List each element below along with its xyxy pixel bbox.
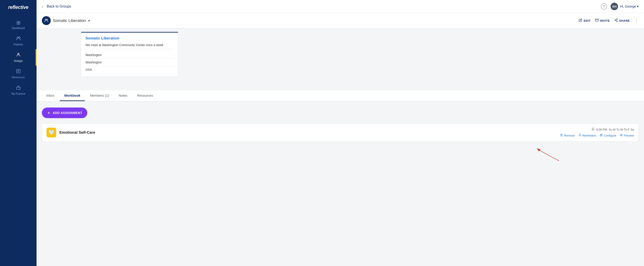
svg-rect-7 [16,87,20,89]
svg-point-2 [18,53,19,54]
heart-icon: 🤍 [48,130,54,135]
sidebar-item-groups[interactable]: Groups [0,49,36,66]
dropdown-description: We meet at Washington Community Center o… [86,43,174,49]
dashboard-icon: ⊞ [16,20,20,26]
dropdown-row-1: Washington [86,52,174,59]
sidebar-item-patients[interactable]: Patients [0,33,36,49]
topbar-right: ? GH Hi, George ▾ [601,3,639,10]
configure-icon [600,134,602,137]
sidebar-item-label: Resources [12,76,24,79]
more-options-button[interactable]: ⋮ [634,18,639,23]
edit-button[interactable]: EDIT [579,19,591,23]
group-info-dropdown: Somatic Liberation We meet at Washington… [81,32,178,77]
assignment-title: Emotional Self-Care [59,130,95,135]
dropdown-row-3: USA [86,66,174,73]
svg-line-14 [616,20,617,21]
back-arrow-icon: ‹ [42,4,43,9]
svg-point-9 [46,19,48,20]
reminders-icon [578,134,581,137]
tab-workbook[interactable]: Workbook [60,90,85,101]
remove-label: Remove [564,134,575,137]
workbook-area: ＋ ADD ASSIGNMENT 🤍 Emotional Self-Care [36,101,644,169]
group-dropdown-arrow[interactable]: ▾ [88,19,90,23]
sidebar-item-label: Patients [14,43,23,46]
trash-icon [560,134,563,137]
svg-point-12 [615,20,616,21]
tab-notes[interactable]: Notes [114,90,132,101]
dropdown-group-title: Somatic Liberation [86,36,174,41]
edit-label: EDIT [584,19,591,22]
group-actions: EDIT INVITE SHARE ⋮ [579,18,639,23]
content-area: Somatic Liberation We meet at Washington… [36,28,644,266]
invite-button[interactable]: INVITE [595,19,610,23]
svg-point-1 [18,37,20,38]
help-button[interactable]: ? [601,3,607,10]
tabs-container: Inbox Workbook Members (1) Notes Resourc… [36,90,644,101]
sidebar: reflective ⊞ Dashboard Patients Groups R… [0,0,36,266]
group-header: Somatic Liberation ▾ EDIT INVITE SHARE [36,13,644,28]
patients-icon [16,36,21,42]
schedule-days: Su M Tu W Th F Sa [609,128,634,131]
edit-icon [579,19,582,23]
assignment-actions: Remove Reminders Configure [560,134,634,137]
groups-icon [16,52,21,59]
back-to-groups-link[interactable]: Back to Groups [47,5,71,9]
tab-inbox[interactable]: Inbox [42,90,59,101]
preview-label: Preview [624,134,634,137]
svg-point-13 [616,21,618,22]
logo: reflective [6,5,31,10]
assignment-icon: 🤍 [46,128,56,137]
invite-icon [595,19,598,23]
sidebar-nav: ⊞ Dashboard Patients Groups Resources [0,17,36,98]
reminders-label: Reminders [582,134,596,137]
dropdown-row-2: Washington [86,59,174,66]
help-icon: ? [603,5,605,8]
group-name: Somatic Liberation [53,19,86,23]
preview-icon [620,134,623,137]
remove-button[interactable]: Remove [560,134,575,137]
main-content: ‹ Back to Groups ? GH Hi, George ▾ Somat… [36,0,644,266]
bell-icon [592,128,594,131]
add-assignment-button[interactable]: ＋ ADD ASSIGNMENT [42,108,87,118]
assignment-left: 🤍 Emotional Self-Care [46,128,95,137]
topbar: ‹ Back to Groups ? GH Hi, George ▾ [36,0,644,13]
resources-icon [16,69,21,75]
user-greeting[interactable]: Hi, George ▾ [620,5,639,9]
configure-label: Configure [604,134,616,137]
svg-point-17 [621,135,622,135]
tab-members[interactable]: Members (1) [86,90,114,101]
assignment-schedule: 8:00 PM Su M Tu W Th F Sa [592,128,634,131]
my-practice-icon [16,85,21,91]
tab-resources[interactable]: Resources [133,90,158,101]
sidebar-item-label: Groups [14,59,22,63]
group-title-area: Somatic Liberation ▾ [42,16,90,25]
add-icon: ＋ [47,110,51,116]
sidebar-item-label: Dashboard [12,27,25,30]
svg-point-16 [601,135,602,135]
share-button[interactable]: SHARE [614,19,630,23]
assignment-right: 8:00 PM Su M Tu W Th F Sa Remove [560,128,634,137]
sidebar-item-dashboard[interactable]: ⊞ Dashboard [0,17,36,33]
share-icon [614,19,618,23]
arrow-annotation [42,145,639,163]
share-label: SHARE [619,19,630,22]
topbar-left: ‹ Back to Groups [42,4,71,9]
group-avatar-icon [42,16,51,25]
svg-point-8 [45,19,46,20]
svg-point-0 [17,37,18,38]
configure-button[interactable]: Configure [600,134,616,137]
sidebar-item-my-practice[interactable]: My Practice [0,82,36,98]
add-assignment-label: ADD ASSIGNMENT [53,111,82,115]
sidebar-item-resources[interactable]: Resources [0,66,36,82]
svg-point-11 [616,19,618,20]
reminders-button[interactable]: Reminders [578,134,596,137]
svg-line-15 [616,19,617,20]
schedule-time: 8:00 PM [596,128,607,131]
invite-label: INVITE [600,19,610,22]
preview-button[interactable]: Preview [620,134,634,137]
assignment-card: 🤍 Emotional Self-Care 8:00 PM Su M Tu W … [42,123,639,142]
avatar: GH [610,3,618,10]
arrow-svg [519,145,564,163]
sidebar-item-label: My Practice [11,92,25,95]
user-menu[interactable]: GH Hi, George ▾ [610,3,639,10]
